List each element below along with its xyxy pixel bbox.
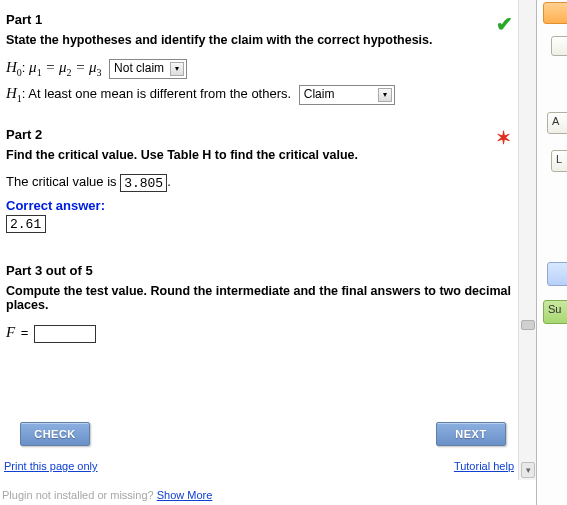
vertical-scrollbar[interactable]: ▾ <box>518 0 536 480</box>
correct-answer-box: 2.61 <box>6 215 46 233</box>
rail-widget-1[interactable] <box>543 2 567 24</box>
rail-widget-Su[interactable]: Su <box>543 300 567 324</box>
print-link[interactable]: Print this page only <box>4 460 98 472</box>
part1-section: ✔ Part 1 State the hypotheses and identi… <box>6 12 536 105</box>
dropdown-arrow-icon: ▾ <box>170 62 184 76</box>
crit-period: . <box>167 174 171 189</box>
correct-answer-row: 2.61 <box>6 215 536 233</box>
eq2: = <box>75 59 85 75</box>
h1-claim-value: Claim <box>304 87 335 101</box>
h0-row: H0: μ1 = μ2 = μ3 Not claim ▾ <box>6 59 536 79</box>
part3-instruction: Compute the test value. Round the interm… <box>6 284 536 312</box>
tutorial-help-link[interactable]: Tutorial help <box>454 460 514 472</box>
part3-title: Part 3 out of 5 <box>6 263 536 278</box>
h0-H: H <box>6 59 17 75</box>
rail-L-label: L <box>556 153 562 165</box>
part2-title: Part 2 <box>6 127 536 142</box>
plugin-notice: Plugin not installed or missing? Show Mo… <box>2 489 212 501</box>
rail-widget-L[interactable]: L <box>551 150 567 172</box>
h1-text: : At least one mean is different from th… <box>22 86 291 101</box>
h1-claim-select[interactable]: Claim ▾ <box>299 85 395 105</box>
question-panel: ✔ Part 1 State the hypotheses and identi… <box>0 0 536 505</box>
part3-section: Part 3 out of 5 Compute the test value. … <box>6 263 536 343</box>
h1-H: H <box>6 85 17 101</box>
mu1-sub: 1 <box>37 67 42 78</box>
part2-instruction: Find the critical value. Use Table H to … <box>6 148 536 162</box>
part2-section: ✶ Part 2 Find the critical value. Use Ta… <box>6 127 536 233</box>
correct-answer-label: Correct answer: <box>6 198 536 213</box>
scrollbar-thumb[interactable] <box>521 320 535 330</box>
crit-value-input[interactable]: 3.805 <box>120 174 167 192</box>
mu1: μ <box>29 59 37 75</box>
correct-check-icon: ✔ <box>496 12 513 36</box>
h0-claim-value: Not claim <box>114 61 164 75</box>
dropdown-arrow-icon: ▾ <box>378 88 392 102</box>
next-button[interactable]: NEXT <box>436 422 506 446</box>
h0-claim-select[interactable]: Not claim ▾ <box>109 59 187 79</box>
mu2: μ <box>59 59 67 75</box>
crit-label: The critical value is <box>6 174 120 189</box>
f-value-input[interactable] <box>34 325 96 343</box>
crit-value-row: The critical value is 3.805. <box>6 174 536 192</box>
rail-Su-label: Su <box>548 303 561 315</box>
plugin-text: Plugin not installed or missing? <box>2 489 157 501</box>
rail-widget-2[interactable] <box>551 36 567 56</box>
part1-title: Part 1 <box>6 12 536 27</box>
mu2-sub: 2 <box>67 67 72 78</box>
f-value-row: F = <box>6 324 536 343</box>
rail-widget-3[interactable] <box>547 262 567 286</box>
incorrect-cross-icon: ✶ <box>496 127 511 149</box>
right-sidebar: A L Su <box>536 0 567 505</box>
h1-row: H1: At least one mean is different from … <box>6 85 536 105</box>
f-eq: = <box>21 325 29 340</box>
rail-A-label: A <box>552 115 559 127</box>
check-button[interactable]: CHECK <box>20 422 90 446</box>
show-more-link[interactable]: Show More <box>157 489 213 501</box>
h0-colon: : <box>22 60 26 75</box>
eq1: = <box>45 59 55 75</box>
mu3-sub: 3 <box>96 67 101 78</box>
scrollbar-down-arrow-icon[interactable]: ▾ <box>521 462 535 478</box>
f-symbol: F <box>6 324 15 340</box>
rail-widget-A[interactable]: A <box>547 112 567 134</box>
footer-links: Print this page only Tutorial help <box>4 460 514 472</box>
part1-instruction: State the hypotheses and identify the cl… <box>6 33 536 47</box>
